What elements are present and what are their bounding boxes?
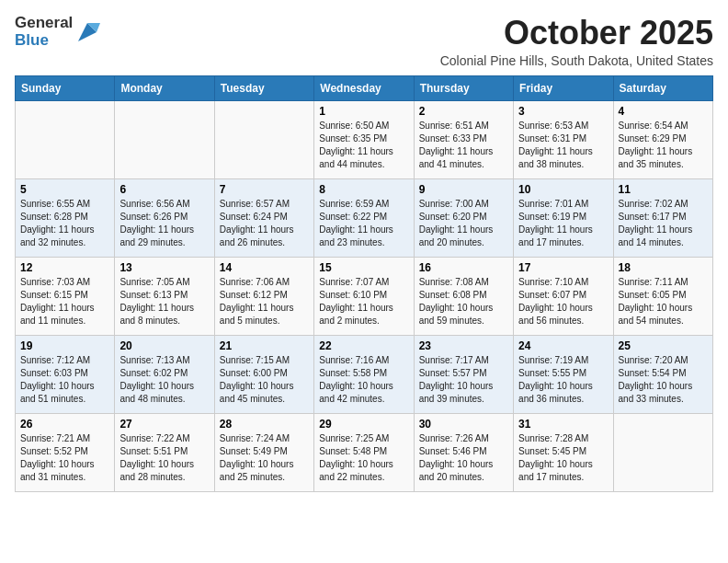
day-number: 5 — [20, 183, 109, 196]
day-info: Sunrise: 7:08 AM Sunset: 6:08 PM Dayligh… — [419, 276, 508, 327]
day-number: 24 — [518, 339, 608, 352]
calendar-cell: 18Sunrise: 7:11 AM Sunset: 6:05 PM Dayli… — [613, 257, 712, 335]
calendar-cell: 22Sunrise: 7:16 AM Sunset: 5:58 PM Dayli… — [314, 335, 414, 413]
day-number: 4 — [619, 105, 708, 118]
calendar-cell: 1Sunrise: 6:50 AM Sunset: 6:35 PM Daylig… — [314, 100, 414, 178]
day-info: Sunrise: 7:07 AM Sunset: 6:10 PM Dayligh… — [319, 276, 408, 327]
day-number: 11 — [619, 183, 708, 196]
calendar-cell: 11Sunrise: 7:02 AM Sunset: 6:17 PM Dayli… — [613, 178, 712, 257]
calendar-cell: 17Sunrise: 7:10 AM Sunset: 6:07 PM Dayli… — [514, 257, 613, 335]
calendar-cell: 12Sunrise: 7:03 AM Sunset: 6:15 PM Dayli… — [16, 257, 115, 335]
calendar-cell: 19Sunrise: 7:12 AM Sunset: 6:03 PM Dayli… — [16, 335, 115, 413]
calendar-cell: 27Sunrise: 7:22 AM Sunset: 5:51 PM Dayli… — [115, 413, 214, 491]
day-number: 27 — [119, 418, 209, 431]
day-info: Sunrise: 6:50 AM Sunset: 6:35 PM Dayligh… — [319, 120, 408, 171]
day-info: Sunrise: 7:26 AM Sunset: 5:46 PM Dayligh… — [419, 432, 508, 484]
calendar-cell: 4Sunrise: 6:54 AM Sunset: 6:29 PM Daylig… — [613, 100, 712, 178]
calendar-cell: 20Sunrise: 7:13 AM Sunset: 6:02 PM Dayli… — [115, 335, 214, 413]
calendar-cell: 9Sunrise: 7:00 AM Sunset: 6:20 PM Daylig… — [414, 178, 513, 257]
day-info: Sunrise: 7:11 AM Sunset: 6:05 PM Dayligh… — [619, 276, 708, 327]
weekday-header-saturday: Saturday — [613, 75, 712, 100]
calendar-cell: 26Sunrise: 7:21 AM Sunset: 5:52 PM Dayli… — [16, 413, 115, 491]
calendar-cell — [115, 100, 214, 178]
day-number: 8 — [319, 183, 408, 196]
calendar-cell — [214, 100, 313, 178]
day-number: 17 — [518, 261, 608, 274]
day-info: Sunrise: 7:20 AM Sunset: 5:54 PM Dayligh… — [619, 354, 708, 406]
day-info: Sunrise: 7:01 AM Sunset: 6:19 PM Dayligh… — [518, 198, 608, 249]
day-info: Sunrise: 7:06 AM Sunset: 6:12 PM Dayligh… — [220, 276, 309, 327]
day-number: 3 — [518, 105, 608, 118]
day-number: 19 — [20, 339, 109, 352]
day-info: Sunrise: 7:21 AM Sunset: 5:52 PM Dayligh… — [20, 432, 109, 484]
day-info: Sunrise: 6:53 AM Sunset: 6:31 PM Dayligh… — [518, 120, 608, 171]
calendar-cell: 31Sunrise: 7:28 AM Sunset: 5:45 PM Dayli… — [514, 413, 613, 491]
page-header: General Blue October 2025 Colonial Pine … — [15, 15, 713, 68]
day-number: 9 — [419, 183, 508, 196]
weekday-header-tuesday: Tuesday — [214, 75, 313, 100]
day-info: Sunrise: 7:19 AM Sunset: 5:55 PM Dayligh… — [518, 354, 608, 406]
day-number: 13 — [119, 261, 209, 274]
day-info: Sunrise: 6:51 AM Sunset: 6:33 PM Dayligh… — [419, 120, 508, 171]
page-title: October 2025 — [440, 15, 713, 52]
day-info: Sunrise: 7:28 AM Sunset: 5:45 PM Dayligh… — [518, 432, 608, 484]
calendar-week-3: 12Sunrise: 7:03 AM Sunset: 6:15 PM Dayli… — [16, 257, 713, 335]
calendar-cell — [613, 413, 712, 491]
calendar-cell: 14Sunrise: 7:06 AM Sunset: 6:12 PM Dayli… — [214, 257, 313, 335]
day-number: 31 — [518, 418, 608, 431]
calendar-week-4: 19Sunrise: 7:12 AM Sunset: 6:03 PM Dayli… — [16, 335, 713, 413]
day-info: Sunrise: 7:17 AM Sunset: 5:57 PM Dayligh… — [419, 354, 508, 406]
day-info: Sunrise: 7:03 AM Sunset: 6:15 PM Dayligh… — [20, 276, 109, 327]
day-info: Sunrise: 7:05 AM Sunset: 6:13 PM Dayligh… — [119, 276, 209, 327]
calendar-cell: 28Sunrise: 7:24 AM Sunset: 5:49 PM Dayli… — [214, 413, 313, 491]
calendar-cell: 25Sunrise: 7:20 AM Sunset: 5:54 PM Dayli… — [613, 335, 712, 413]
day-number: 14 — [220, 261, 309, 274]
calendar-cell: 30Sunrise: 7:26 AM Sunset: 5:46 PM Dayli… — [414, 413, 513, 491]
day-info: Sunrise: 7:15 AM Sunset: 6:00 PM Dayligh… — [220, 354, 309, 406]
day-info: Sunrise: 7:16 AM Sunset: 5:58 PM Dayligh… — [319, 354, 408, 406]
weekday-header-monday: Monday — [115, 75, 214, 100]
calendar-cell: 3Sunrise: 6:53 AM Sunset: 6:31 PM Daylig… — [514, 100, 613, 178]
day-number: 15 — [319, 261, 408, 274]
logo-icon — [74, 19, 100, 45]
weekday-header-row: SundayMondayTuesdayWednesdayThursdayFrid… — [16, 75, 713, 100]
day-number: 28 — [220, 418, 309, 431]
day-number: 29 — [319, 418, 408, 431]
weekday-header-friday: Friday — [514, 75, 613, 100]
day-number: 18 — [619, 261, 708, 274]
weekday-header-sunday: Sunday — [16, 75, 115, 100]
day-number: 6 — [119, 183, 209, 196]
logo-blue-text: Blue — [15, 32, 73, 50]
day-number: 30 — [419, 418, 508, 431]
calendar-week-2: 5Sunrise: 6:55 AM Sunset: 6:28 PM Daylig… — [16, 178, 713, 257]
calendar-cell: 8Sunrise: 6:59 AM Sunset: 6:22 PM Daylig… — [314, 178, 414, 257]
logo: General Blue — [15, 15, 100, 49]
day-info: Sunrise: 7:02 AM Sunset: 6:17 PM Dayligh… — [619, 198, 708, 249]
calendar-cell: 23Sunrise: 7:17 AM Sunset: 5:57 PM Dayli… — [414, 335, 513, 413]
day-number: 10 — [518, 183, 608, 196]
calendar-cell: 29Sunrise: 7:25 AM Sunset: 5:48 PM Dayli… — [314, 413, 414, 491]
calendar-table: SundayMondayTuesdayWednesdayThursdayFrid… — [15, 75, 713, 492]
calendar-cell: 24Sunrise: 7:19 AM Sunset: 5:55 PM Dayli… — [514, 335, 613, 413]
calendar-cell: 21Sunrise: 7:15 AM Sunset: 6:00 PM Dayli… — [214, 335, 313, 413]
day-number: 21 — [220, 339, 309, 352]
title-area: October 2025 Colonial Pine Hills, South … — [440, 15, 713, 68]
day-info: Sunrise: 7:24 AM Sunset: 5:49 PM Dayligh… — [220, 432, 309, 484]
day-info: Sunrise: 7:10 AM Sunset: 6:07 PM Dayligh… — [518, 276, 608, 327]
calendar-cell: 13Sunrise: 7:05 AM Sunset: 6:13 PM Dayli… — [115, 257, 214, 335]
weekday-header-thursday: Thursday — [414, 75, 513, 100]
day-number: 25 — [619, 339, 708, 352]
day-info: Sunrise: 7:00 AM Sunset: 6:20 PM Dayligh… — [419, 198, 508, 249]
day-info: Sunrise: 7:12 AM Sunset: 6:03 PM Dayligh… — [20, 354, 109, 406]
day-info: Sunrise: 7:25 AM Sunset: 5:48 PM Dayligh… — [319, 432, 408, 484]
weekday-header-wednesday: Wednesday — [314, 75, 414, 100]
calendar-cell: 10Sunrise: 7:01 AM Sunset: 6:19 PM Dayli… — [514, 178, 613, 257]
day-info: Sunrise: 6:59 AM Sunset: 6:22 PM Dayligh… — [319, 198, 408, 249]
calendar-cell: 6Sunrise: 6:56 AM Sunset: 6:26 PM Daylig… — [115, 178, 214, 257]
day-info: Sunrise: 7:13 AM Sunset: 6:02 PM Dayligh… — [119, 354, 209, 406]
day-number: 23 — [419, 339, 508, 352]
day-number: 2 — [419, 105, 508, 118]
calendar-week-5: 26Sunrise: 7:21 AM Sunset: 5:52 PM Dayli… — [16, 413, 713, 491]
day-info: Sunrise: 6:55 AM Sunset: 6:28 PM Dayligh… — [20, 198, 109, 249]
logo-general-text: General — [15, 15, 73, 32]
